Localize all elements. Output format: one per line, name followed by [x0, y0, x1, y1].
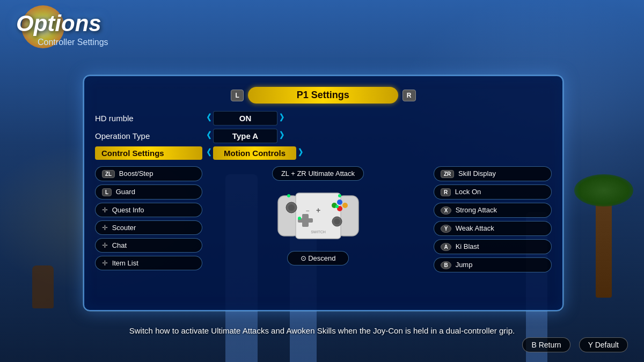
- svg-text:+: +: [316, 206, 320, 215]
- controller-section: ZL Boost/Step L Guard ✛ Quest Info ✛ Sco…: [95, 166, 552, 272]
- right-buttons: ZR Skill Display R Lock On X Strong Atta…: [434, 166, 552, 272]
- settings-section: HD rumble 《 ON 》 Operation Type 《 Type A…: [95, 111, 552, 160]
- controller-image-wrapper: + − SWITCH: [275, 185, 361, 247]
- controller-svg: + − SWITCH: [275, 185, 361, 247]
- ultimate-attack-btn: ZL + ZR Ultimate Attack: [272, 166, 364, 181]
- chat-label: Chat: [112, 241, 127, 249]
- b-btn-icon: B: [441, 261, 451, 269]
- boost-step-label: Boost/Step: [119, 169, 153, 178]
- zr-combo-icon: ZR: [297, 169, 306, 178]
- lock-on-label: Lock On: [455, 188, 481, 196]
- zl-icon: ZL: [102, 170, 115, 178]
- ultimate-attack-label: Ultimate Attack: [308, 169, 355, 178]
- ki-blast-label: Ki Blast: [456, 242, 479, 250]
- svg-point-16: [298, 217, 301, 220]
- strong-attack-btn: X Strong Attack: [434, 203, 552, 218]
- left-bumper-btn[interactable]: L: [231, 90, 243, 101]
- dpad-icon-3: ✛: [102, 241, 108, 249]
- descend-label: Descend: [308, 254, 335, 262]
- control-settings-left-arrow[interactable]: 《: [202, 147, 211, 159]
- operation-type-value: Type A: [213, 129, 277, 143]
- quest-info-label: Quest Info: [112, 206, 144, 214]
- right-bumper-btn[interactable]: R: [402, 90, 416, 101]
- skill-display-label: Skill Display: [458, 169, 496, 178]
- description-text: Switch how to activate Ultimate Attacks …: [129, 326, 515, 335]
- dpad-icon-1: ✛: [102, 206, 108, 214]
- ultimate-attack-icons: ZL + ZR: [281, 169, 309, 178]
- svg-point-17: [338, 194, 341, 197]
- ki-blast-btn: A Ki Blast: [434, 239, 552, 254]
- svg-point-15: [287, 194, 290, 197]
- hd-rumble-value: ON: [213, 111, 277, 125]
- lock-on-btn: R Lock On: [434, 184, 552, 200]
- operation-type-right-arrow[interactable]: 》: [280, 130, 288, 142]
- a-btn-icon: A: [441, 243, 451, 251]
- p1-title: P1 Settings: [248, 87, 398, 104]
- character-silhouette: [32, 265, 54, 308]
- main-panel: L P1 Settings R HD rumble 《 ON 》 Operati…: [83, 75, 564, 311]
- operation-type-row: Operation Type 《 Type A 》: [95, 129, 552, 143]
- x-btn-icon: X: [441, 206, 451, 215]
- control-settings-value: Motion Controls: [213, 146, 296, 160]
- l-icon: L: [102, 188, 112, 196]
- control-settings-row: Control Settings 《 Motion Controls 》: [95, 146, 552, 160]
- hd-rumble-left-arrow[interactable]: 《: [202, 113, 211, 124]
- title-area: Options Controller Settings: [16, 11, 108, 47]
- description-bar: Switch how to activate Ultimate Attacks …: [0, 326, 644, 335]
- control-settings-label: Control Settings: [95, 146, 202, 160]
- dpad-icon-4: ✛: [102, 259, 108, 267]
- default-btn[interactable]: Y Default: [579, 337, 628, 352]
- guard-btn: L Guard: [95, 184, 202, 200]
- svg-point-11: [337, 200, 342, 205]
- y-btn-icon: Y: [441, 225, 451, 233]
- operation-type-left-arrow[interactable]: 《: [202, 130, 211, 142]
- center-area: ZL + ZR Ultimate Attack: [208, 166, 428, 272]
- boost-step-btn: ZL Boost/Step: [95, 166, 202, 181]
- y-default-icon: Y: [588, 341, 593, 349]
- svg-text:SWITCH: SWITCH: [311, 230, 326, 234]
- page-subtitle: Controller Settings: [38, 38, 108, 47]
- b-return-icon: B: [531, 341, 536, 349]
- svg-text:−: −: [305, 207, 309, 215]
- hd-rumble-label: HD rumble: [95, 114, 202, 123]
- svg-rect-8: [302, 214, 309, 227]
- zr-icon: ZR: [441, 170, 454, 178]
- hd-rumble-right-arrow[interactable]: 》: [280, 113, 288, 124]
- svg-point-18: [335, 205, 339, 208]
- guard-label: Guard: [116, 188, 135, 196]
- skill-display-btn: ZR Skill Display: [434, 166, 552, 181]
- jump-btn: B Jump: [434, 257, 552, 272]
- descend-icon: ⊙: [301, 254, 309, 262]
- r-icon: R: [441, 188, 451, 196]
- hd-rumble-row: HD rumble 《 ON 》: [95, 111, 552, 125]
- operation-type-label: Operation Type: [95, 131, 202, 141]
- return-label: Return: [539, 341, 561, 349]
- control-settings-right-arrow[interactable]: 》: [298, 147, 307, 159]
- scouter-label: Scouter: [112, 224, 136, 232]
- bottom-actions: B Return Y Default: [522, 337, 628, 352]
- weak-attack-label: Weak Attack: [456, 224, 494, 232]
- zl-combo-icon: ZL: [281, 169, 289, 178]
- weak-attack-btn: Y Weak Attack: [434, 221, 552, 236]
- p1-header: L P1 Settings R: [95, 87, 552, 104]
- return-btn[interactable]: B Return: [522, 337, 570, 352]
- strong-attack-label: Strong Attack: [456, 206, 497, 214]
- svg-point-9: [342, 203, 348, 208]
- left-buttons: ZL Boost/Step L Guard ✛ Quest Info ✛ Sco…: [95, 166, 202, 272]
- chat-btn: ✛ Chat: [95, 238, 202, 253]
- descend-btn: ⊙ Descend: [287, 251, 349, 265]
- quest-info-btn: ✛ Quest Info: [95, 203, 202, 217]
- page-title: Options: [16, 11, 108, 36]
- item-list-label: Item List: [112, 259, 138, 267]
- dpad-icon-2: ✛: [102, 224, 108, 232]
- scouter-btn: ✛ Scouter: [95, 220, 202, 235]
- svg-point-6: [334, 219, 340, 225]
- item-list-btn: ✛ Item List: [95, 256, 202, 270]
- default-label: Default: [595, 341, 619, 349]
- svg-point-4: [288, 204, 295, 211]
- jump-label: Jump: [456, 261, 473, 269]
